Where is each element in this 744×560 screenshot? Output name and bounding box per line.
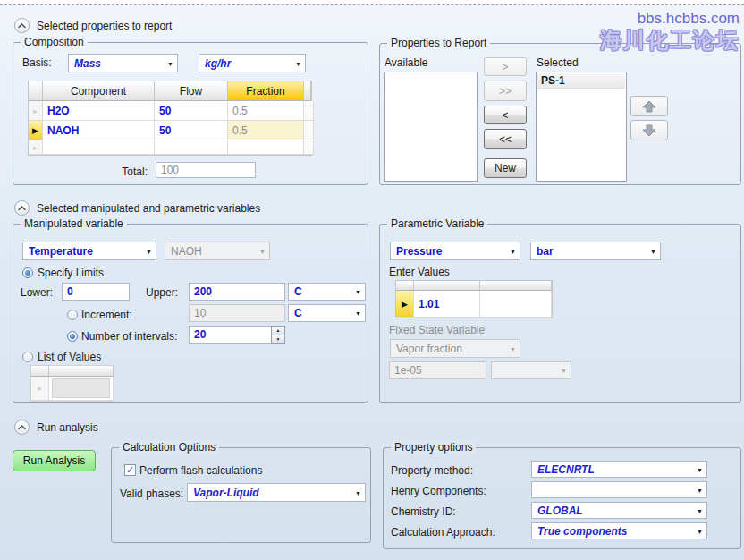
fraction-cell[interactable]: 0.5: [228, 101, 304, 121]
component-cell[interactable]: H2O: [43, 101, 155, 121]
component-value: NAOH: [171, 245, 202, 258]
value-cell-empty[interactable]: [480, 291, 552, 318]
component-cell[interactable]: NAOH: [43, 121, 155, 140]
calculation-options-group: Calculation Options ✓ Perform flash calc…: [111, 447, 371, 543]
arrow-down-icon: [641, 123, 657, 138]
manipulated-variable-group: Manipulated variable Temperature ▼ NAOH …: [13, 224, 368, 403]
collapse-icon[interactable]: [14, 420, 30, 435]
flow-cell[interactable]: 50: [155, 101, 228, 121]
chevron-down-icon: ▼: [697, 507, 703, 513]
increment-radio[interactable]: [67, 310, 78, 320]
flash-checkbox[interactable]: ✓: [124, 464, 136, 476]
value-column-header: [480, 281, 552, 291]
arrow-up-icon: [641, 99, 657, 114]
calculation-approach-dropdown[interactable]: True components ▼: [531, 522, 707, 539]
calculation-approach-label: Calculation Approach:: [391, 526, 495, 539]
available-listbox[interactable]: [384, 72, 478, 182]
selected-listbox[interactable]: PS-1: [536, 72, 627, 182]
move-right-button[interactable]: >: [484, 57, 527, 76]
intervals-label: Number of intervals:: [81, 330, 177, 343]
flow-cell[interactable]: 50: [155, 121, 228, 140]
run-analysis-label: Run Analysis: [23, 454, 85, 467]
increment-units-dropdown[interactable]: C ▼: [288, 304, 366, 322]
chevron-down-icon: ▼: [561, 368, 567, 374]
henry-components-dropdown[interactable]: ▼: [531, 481, 707, 498]
enter-values-table: ▶ 1.01: [395, 280, 553, 318]
fixed-state-value: Vapor fraction: [396, 343, 462, 355]
component-cell-empty[interactable]: [43, 140, 155, 155]
lower-value: 0: [67, 285, 73, 298]
move-right-label: >: [502, 61, 508, 73]
lower-label: Lower:: [21, 286, 53, 299]
column-header-spacer: [304, 81, 311, 101]
intervals-radio[interactable]: [67, 331, 78, 342]
chevron-down-icon: ▼: [355, 489, 361, 496]
selected-item[interactable]: PS-1: [537, 73, 625, 89]
chevron-down-icon: ▼: [146, 248, 152, 254]
fraction-cell-selected[interactable]: 0.5: [228, 121, 304, 140]
flow-cell-empty[interactable]: [155, 140, 228, 155]
upper-units-dropdown[interactable]: C ▼: [288, 283, 366, 301]
basis-value: Mass: [74, 57, 101, 70]
collapse-icon[interactable]: [14, 18, 30, 33]
parametric-variable-dropdown[interactable]: Pressure ▼: [390, 242, 520, 260]
list-of-values-radio[interactable]: [22, 352, 33, 362]
manipulated-variable-value: Temperature: [29, 245, 93, 258]
basis-units-dropdown[interactable]: kg/hr ▼: [199, 54, 306, 72]
composition-group: Composition Basis: Mass ▼ kg/hr ▼ Compon…: [13, 42, 368, 185]
list-of-values-label: List of Values: [38, 351, 101, 363]
value-cell[interactable]: 1.01: [414, 291, 480, 318]
upper-input[interactable]: 200: [189, 283, 285, 301]
spacer-cell: [304, 101, 314, 121]
intervals-spinner[interactable]: ▲ ▼: [271, 326, 285, 344]
fixed-state-dropdown: Vapor fraction ▼: [390, 339, 520, 358]
basis-dropdown[interactable]: Mass ▼: [68, 54, 178, 72]
section-title: Selected properties to report: [37, 20, 172, 32]
parametric-variable-group: Parametric Variable Pressure ▼ bar ▼ Ent…: [379, 224, 741, 403]
chemistry-id-dropdown[interactable]: GLOBAL ▼: [531, 502, 707, 519]
new-button-label: New: [495, 162, 516, 174]
composition-table: Component Flow Fraction ▸ H2O 50 0.5 ▶ N…: [28, 81, 312, 156]
move-all-right-label: >>: [499, 85, 512, 98]
move-up-button[interactable]: [630, 96, 668, 116]
move-all-right-button[interactable]: >>: [484, 81, 527, 101]
parametric-units-dropdown[interactable]: bar ▼: [530, 242, 661, 260]
row-marker-current[interactable]: ▶: [396, 291, 414, 318]
enter-values-label: Enter Values: [389, 266, 450, 278]
spinner-down-icon[interactable]: ▼: [271, 335, 285, 344]
row-marker[interactable]: ▸: [31, 377, 49, 401]
run-analysis-button[interactable]: Run Analysis: [13, 450, 96, 471]
group-legend: Parametric Variable: [387, 217, 487, 231]
column-header-component[interactable]: Component: [43, 81, 155, 101]
move-down-button[interactable]: [630, 120, 668, 140]
specify-limits-radio[interactable]: [22, 267, 33, 278]
fraction-cell-empty[interactable]: [228, 140, 304, 155]
group-legend: Properties to Report: [387, 37, 490, 50]
basis-units-value: kg/hr: [205, 57, 231, 70]
column-header-fraction[interactable]: Fraction: [228, 81, 304, 101]
collapse-icon[interactable]: [14, 200, 30, 216]
chevron-down-icon: ▼: [697, 528, 703, 534]
spacer-cell: [304, 140, 314, 155]
new-button[interactable]: New: [484, 158, 527, 178]
manipulated-variable-dropdown[interactable]: Temperature ▼: [22, 242, 156, 260]
property-method-value: ELECNRTL: [537, 463, 595, 476]
chevron-down-icon: ▼: [259, 248, 266, 254]
disabled-field: [52, 378, 110, 398]
lower-input[interactable]: 0: [62, 283, 130, 301]
move-all-left-button[interactable]: <<: [484, 129, 527, 149]
row-marker-header: [396, 281, 414, 291]
row-marker[interactable]: ▸: [29, 101, 43, 121]
property-method-dropdown[interactable]: ELECNRTL ▼: [531, 461, 707, 478]
row-marker-current[interactable]: ▶: [29, 121, 43, 140]
move-all-left-label: <<: [499, 133, 512, 146]
flash-label: Perform flash calculations: [140, 464, 262, 477]
fixed-state-number: 1e-05: [394, 364, 422, 377]
valid-phases-dropdown[interactable]: Vapor-Liquid ▼: [187, 483, 366, 502]
parametric-variable-value: Pressure: [396, 245, 442, 258]
move-left-button[interactable]: <: [484, 106, 527, 124]
row-marker[interactable]: ▸: [29, 140, 43, 155]
component-dropdown: NAOH ▼: [165, 242, 270, 260]
column-header-flow[interactable]: Flow: [155, 81, 228, 101]
parametric-units-value: bar: [537, 245, 554, 258]
